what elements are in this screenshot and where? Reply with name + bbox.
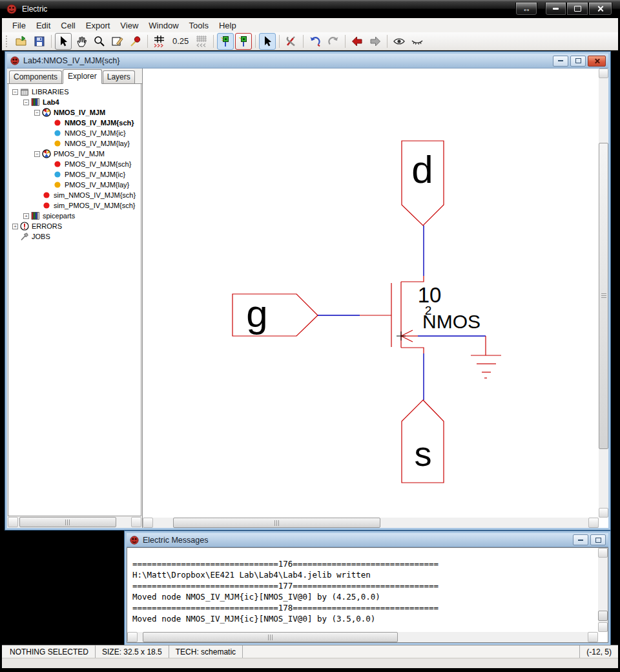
scroll-right-button[interactable] [588,632,598,642]
tools-icon[interactable] [283,33,300,50]
tree-item-nmos-iv-mjm[interactable]: −NMOS_IV_MJM [8,107,141,118]
messages-horizontal-scrollbar[interactable] [127,632,598,642]
window-close-button[interactable] [588,56,606,67]
menu-tools[interactable]: Tools [184,19,214,32]
scroll-down-button[interactable] [598,622,608,632]
tab-layers[interactable]: Layers [103,70,135,83]
tree-expand-toggle[interactable]: − [34,151,40,157]
tree-expand-toggle[interactable]: + [23,213,29,219]
tree-item-sim-pmos-iv-mjm-sch-[interactable]: sim_PMOS_IV_MJM{sch} [8,200,141,211]
save-icon[interactable] [31,33,48,50]
menu-help[interactable]: Help [214,19,242,32]
scroll-left-button[interactable] [8,517,18,527]
forward-icon[interactable] [367,33,384,50]
tab-explorer[interactable]: Explorer [63,69,102,84]
schematic-window-titlebar[interactable]: Lab4:NMOS_IV_MJM{sch} [7,54,608,68]
messages-log[interactable]: ==============================176=======… [127,547,608,643]
scroll-thumb[interactable] [599,143,608,449]
pan-hand-icon[interactable] [73,33,90,50]
scroll-right-button[interactable] [131,517,141,527]
toolbar-grip[interactable] [6,36,10,47]
window-minimize-button[interactable] [573,534,588,545]
tree-item-pmos-iv-mjm-sch-[interactable]: PMOS_IV_MJM{sch} [8,159,141,169]
menu-window[interactable]: Window [143,19,183,32]
select-arrow-icon[interactable] [55,33,72,50]
tree-item-errors[interactable]: +ERRORS [8,221,141,231]
panel-horizontal-scrollbar[interactable] [8,517,141,527]
canvas-horizontal-scrollbar[interactable] [143,518,599,528]
tree-item-pmos-iv-mjm-ic-[interactable]: PMOS_IV_MJM{ic} [8,169,141,180]
minimize-button[interactable] [545,3,566,16]
scroll-thumb[interactable] [19,517,116,527]
tree-item-libraries[interactable]: −LIBRARIES [8,87,141,97]
export-pin-g[interactable]: g [232,292,318,336]
zoom-icon[interactable] [91,33,108,50]
tree-item-jobs[interactable]: JOBS [8,231,141,242]
nmos-transistor[interactable] [360,276,424,353]
window-maximize-button[interactable] [590,534,606,545]
special-select-icon[interactable] [259,33,276,50]
menu-bar: FileEditCellExportViewWindowToolsHelp [2,18,618,32]
open-icon[interactable] [13,33,30,50]
tree-item-label: PMOS_IV_MJM{lay} [65,181,129,189]
menu-view[interactable]: View [115,19,143,32]
redo-icon[interactable] [325,33,342,50]
resize-toggle-button[interactable]: ↔ [515,3,537,16]
maximize-button[interactable] [566,3,588,16]
tree-item-nmos-iv-mjm-sch-[interactable]: NMOS_IV_MJM{sch} [8,118,141,128]
canvas-vertical-scrollbar[interactable] [599,68,608,518]
scroll-left-button[interactable] [143,518,153,528]
eye-closed-icon[interactable] [409,33,426,50]
tree-expand-toggle[interactable]: + [12,224,18,229]
menu-cell[interactable]: Cell [56,19,80,32]
pin-toggle-on-icon[interactable] [217,33,234,50]
scroll-thumb[interactable] [143,632,398,642]
scroll-right-button[interactable] [588,518,599,528]
tree-item-nmos-iv-mjm-lay-[interactable]: NMOS_IV_MJM{lay} [8,138,141,149]
tree-item-label: Lab4 [43,98,59,106]
tree-item-nmos-iv-mjm-ic-[interactable]: NMOS_IV_MJM{ic} [8,128,141,138]
scroll-up-button[interactable] [599,68,608,78]
tree-item-pmos-iv-mjm-lay-[interactable]: PMOS_IV_MJM{lay} [8,180,141,190]
scroll-up-button[interactable] [598,548,608,558]
probe-icon[interactable] [127,33,144,50]
window-restore-button[interactable] [570,56,586,67]
scroll-down-button[interactable] [599,508,608,518]
schematic-canvas[interactable]: d g s [142,68,608,528]
tree-spacer [45,120,51,126]
toolbar-separator [213,35,214,48]
scroll-left-button[interactable] [127,632,138,642]
grid-coarse-icon[interactable] [151,33,168,50]
menu-edit[interactable]: Edit [31,19,56,32]
menu-file[interactable]: File [7,19,31,32]
pin-toggle-alt-icon[interactable] [235,33,252,50]
tree-item-pmos-iv-mjm[interactable]: −PMOS_IV_MJM [8,149,141,159]
ground-symbol[interactable] [471,336,501,378]
tree-spacer [45,182,51,188]
scroll-thumb[interactable] [173,518,380,528]
transistor-model-label[interactable]: NMOS [422,311,480,332]
grid-fine-icon[interactable] [193,33,210,50]
tree-expand-toggle[interactable]: − [12,89,18,95]
grid-spacing-value[interactable]: 0.25 [172,36,189,46]
tree-item-sim-nmos-iv-mjm-sch-[interactable]: sim_NMOS_IV_MJM{sch} [8,190,141,200]
edit-cell-icon[interactable] [109,33,126,50]
tree-item-spiceparts[interactable]: +spiceparts [8,211,141,221]
tree-item-lab4[interactable]: −Lab4 [8,97,141,107]
messages-vertical-scrollbar[interactable] [598,548,608,632]
messages-window-titlebar[interactable]: Electric Messages [127,533,608,547]
menu-export[interactable]: Export [81,19,116,32]
back-icon[interactable] [349,33,366,50]
export-pin-d[interactable]: d [402,141,444,226]
close-button[interactable] [588,3,612,16]
tree-expand-toggle[interactable]: − [34,110,40,116]
window-minimize-button[interactable] [553,56,568,67]
tab-components[interactable]: Components [9,70,62,83]
eye-open-icon[interactable] [391,33,408,50]
tree-expand-toggle[interactable]: − [23,100,29,105]
scroll-thumb[interactable] [598,611,608,621]
undo-icon[interactable] [307,33,324,50]
export-pin-s[interactable]: s [402,400,444,483]
bulk-anchor-cross [397,331,406,341]
tree-item-label: sim_PMOS_IV_MJM{sch} [54,202,136,209]
